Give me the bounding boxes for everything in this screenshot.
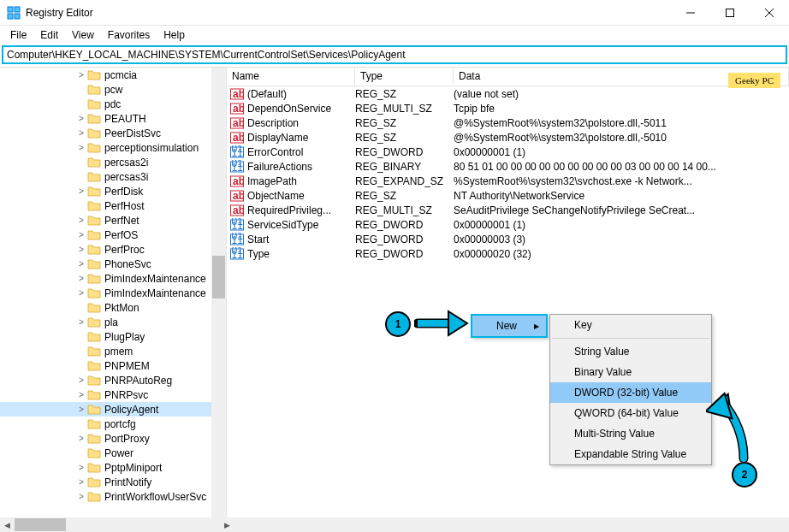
menu-file[interactable]: File — [3, 27, 33, 43]
submenu-key[interactable]: Key — [550, 315, 711, 335]
chevron-icon[interactable]: > — [77, 405, 86, 414]
submenu-binary-value[interactable]: Binary Value — [550, 362, 711, 382]
horizontal-scrollbar[interactable]: ◀ ▶ — [0, 517, 789, 532]
tree-item[interactable]: >pdc — [0, 97, 226, 111]
tree-item[interactable]: >PortProxy — [0, 431, 226, 446]
submenu-string-value[interactable]: String Value — [550, 341, 711, 362]
chevron-icon[interactable]: > — [77, 259, 86, 269]
tree-item[interactable]: >PhoneSvc — [0, 257, 226, 271]
folder-icon — [87, 331, 101, 342]
tree-item[interactable]: >PNRPAutoReg — [0, 373, 226, 387]
address-bar[interactable]: Computer\HKEY_LOCAL_MACHINE\SYSTEM\Curre… — [2, 45, 787, 64]
tree-item[interactable]: >PrintWorkflowUserSvc — [0, 489, 226, 504]
submenu-qword-value[interactable]: QWORD (64-bit) Value — [550, 403, 711, 423]
tree-item[interactable]: >PimIndexMaintenance — [0, 286, 226, 300]
menu-edit[interactable]: Edit — [33, 27, 65, 43]
tree-item[interactable]: >PptpMiniport — [0, 460, 226, 475]
value-data: 0x00000003 (3) — [454, 233, 789, 245]
tree-item[interactable]: >pcw — [0, 82, 226, 97]
chevron-icon[interactable]: > — [77, 492, 86, 501]
list-row[interactable]: TypeREG_DWORD0x00000020 (32) — [227, 246, 789, 261]
tree-item[interactable]: >percsas2i — [0, 155, 226, 169]
chevron-icon[interactable]: > — [77, 230, 86, 239]
folder-icon — [87, 375, 101, 386]
col-header-name[interactable]: Name — [227, 68, 355, 86]
folder-icon — [87, 229, 101, 240]
chevron-icon[interactable]: > — [77, 114, 86, 123]
chevron-icon[interactable]: > — [77, 288, 86, 298]
chevron-icon[interactable]: > — [77, 143, 86, 152]
hscroll-thumb[interactable] — [15, 518, 66, 531]
col-header-type[interactable]: Type — [355, 68, 454, 86]
tree-item[interactable]: >Power — [0, 446, 226, 460]
menu-help[interactable]: Help — [157, 27, 192, 43]
minimize-button[interactable] — [671, 0, 710, 26]
tree-item[interactable]: >PEAUTH — [0, 111, 226, 126]
tree-item[interactable]: >portcfg — [0, 417, 226, 431]
chevron-icon[interactable]: > — [77, 274, 86, 283]
list-row[interactable]: DescriptionREG_SZ@%SystemRoot%\system32\… — [227, 115, 789, 130]
tree-item[interactable]: >perceptionsimulation — [0, 140, 226, 155]
tree-item[interactable]: >PeerDistSvc — [0, 126, 226, 140]
list-row[interactable]: ImagePathREG_EXPAND_SZ%SystemRoot%\syste… — [227, 174, 789, 188]
close-button[interactable] — [750, 0, 789, 26]
tree-item[interactable]: >percsas3i — [0, 169, 226, 184]
value-data: %SystemRoot%\system32\svchost.exe -k Net… — [454, 175, 789, 187]
tree-scroll[interactable]: >pcmcia>pcw>pdc>PEAUTH>PeerDistSvc>perce… — [0, 68, 226, 529]
submenu-multi-string-value[interactable]: Multi-String Value — [550, 423, 711, 444]
tree-item[interactable]: >PimIndexMaintenance — [0, 271, 226, 286]
scroll-left-button[interactable]: ◀ — [0, 517, 15, 532]
tree-item[interactable]: >PktMon — [0, 300, 226, 315]
tree-item[interactable]: >PerfProc — [0, 242, 226, 257]
window-controls — [671, 0, 789, 26]
chevron-icon[interactable]: > — [77, 434, 86, 443]
chevron-icon[interactable]: > — [77, 317, 86, 327]
list-row[interactable]: (Default)REG_SZ(value not set) — [227, 86, 789, 101]
tree-item[interactable]: >PerfNet — [0, 213, 226, 228]
tree-item[interactable]: >PolicyAgent — [0, 402, 226, 417]
scroll-right-button[interactable]: ▶ — [220, 517, 234, 532]
list-body[interactable]: (Default)REG_SZ(value not set)DependOnSe… — [227, 86, 789, 261]
tree-item[interactable]: >PNRPsvc — [0, 387, 226, 402]
list-row[interactable]: DisplayNameREG_SZ@%SystemRoot%\system32\… — [227, 130, 789, 145]
tree-item[interactable]: >PlugPlay — [0, 329, 226, 344]
submenu-dword-value[interactable]: DWORD (32-bit) Value — [550, 382, 711, 403]
chevron-icon[interactable]: > — [77, 70, 86, 80]
chevron-icon[interactable]: > — [77, 375, 86, 385]
list-row[interactable]: ServiceSidTypeREG_DWORD0x00000001 (1) — [227, 217, 789, 232]
maximize-button[interactable] — [710, 0, 750, 26]
tree-item[interactable]: >pla — [0, 315, 226, 329]
tree-item[interactable]: >PNPMEM — [0, 358, 226, 373]
folder-icon — [87, 171, 101, 182]
chevron-icon[interactable]: > — [77, 477, 86, 487]
tree-item[interactable]: >pmem — [0, 344, 226, 358]
chevron-icon[interactable]: > — [77, 128, 86, 138]
scrollbar-thumb[interactable] — [212, 256, 225, 299]
tree-item[interactable]: >PerfOS — [0, 228, 226, 242]
chevron-icon[interactable]: > — [77, 463, 86, 472]
list-row[interactable]: ErrorControlREG_DWORD0x00000001 (1) — [227, 145, 789, 159]
list-row[interactable]: ObjectNameREG_SZNT Authority\NetworkServ… — [227, 188, 789, 203]
chevron-icon[interactable]: > — [77, 186, 86, 196]
submenu-expandable-string-value[interactable]: Expandable String Value — [550, 444, 711, 464]
list-row[interactable]: StartREG_DWORD0x00000003 (3) — [227, 232, 789, 246]
menu-favorites[interactable]: Favorites — [101, 27, 157, 43]
chevron-icon[interactable]: > — [77, 390, 86, 399]
tree-item-label: PolicyAgent — [104, 404, 158, 416]
tree-item[interactable]: >PerfHost — [0, 198, 226, 213]
tree-item[interactable]: >PrintNotify — [0, 475, 226, 489]
tree-item[interactable]: >pcmcia — [0, 68, 226, 82]
tree-item-label: PrintNotify — [104, 476, 151, 488]
tree-item[interactable]: >PerfDisk — [0, 184, 226, 198]
list-row[interactable]: RequiredPrivileg...REG_MULTI_SZSeAuditPr… — [227, 203, 789, 217]
folder-icon — [87, 113, 101, 124]
list-row[interactable]: DependOnServiceREG_MULTI_SZTcpip bfe — [227, 101, 789, 115]
tree-item-label: pdc — [104, 98, 121, 110]
context-menu-new[interactable]: New ▶ — [472, 316, 546, 336]
list-row[interactable]: FailureActionsREG_BINARY80 51 01 00 00 0… — [227, 159, 789, 174]
menu-view[interactable]: View — [65, 27, 101, 43]
tree-scrollbar[interactable] — [211, 68, 226, 529]
chevron-icon[interactable]: > — [77, 216, 86, 225]
chevron-icon[interactable]: > — [77, 245, 86, 254]
binary-value-icon — [230, 160, 244, 174]
